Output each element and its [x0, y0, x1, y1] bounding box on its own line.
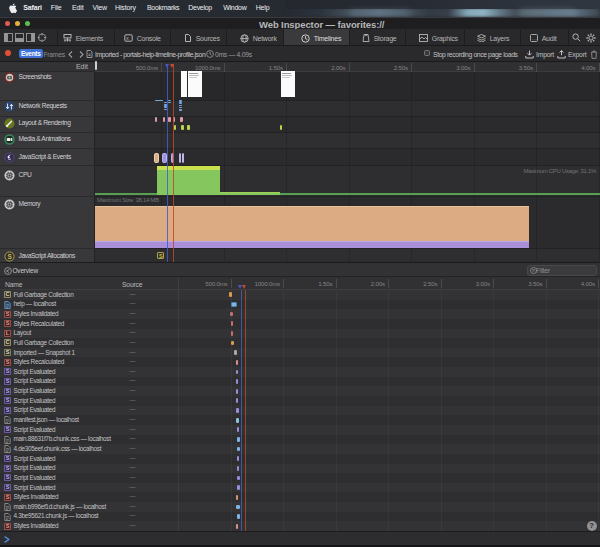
- svg-text:x: x: [126, 35, 129, 41]
- svg-text:…: …: [532, 35, 538, 41]
- svg-text:S: S: [7, 252, 12, 259]
